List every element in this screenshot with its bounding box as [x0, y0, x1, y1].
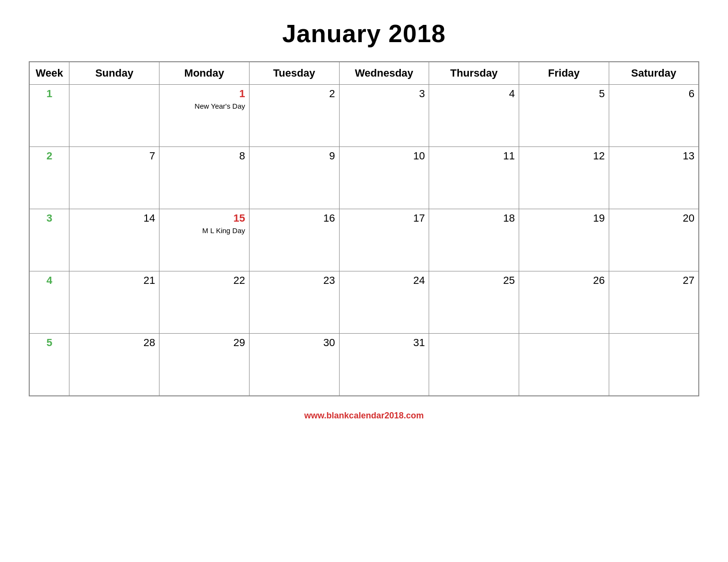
- week-row-2: 278910111213: [29, 147, 699, 209]
- day-number: 6: [613, 88, 694, 100]
- day-cell: [609, 334, 699, 396]
- day-cell: 10: [339, 147, 429, 209]
- day-number: 4: [433, 88, 515, 100]
- day-cell: 25: [429, 271, 519, 334]
- day-number: 23: [253, 274, 335, 287]
- day-number: 26: [523, 274, 605, 287]
- day-number: 18: [433, 212, 515, 225]
- day-number: 29: [163, 337, 245, 349]
- holiday-label: M L King Day: [163, 226, 245, 235]
- day-cell: 6: [609, 85, 699, 147]
- calendar-table: WeekSundayMondayTuesdayWednesdayThursday…: [29, 61, 699, 396]
- day-number: 9: [253, 150, 335, 162]
- day-cell: 28: [69, 334, 159, 396]
- day-cell: 9: [249, 147, 339, 209]
- day-number: 10: [343, 150, 425, 162]
- day-cell: 16: [249, 209, 339, 271]
- day-cell: 27: [609, 271, 699, 334]
- day-cell: 17: [339, 209, 429, 271]
- day-number: 17: [343, 212, 425, 225]
- day-cell: 23: [249, 271, 339, 334]
- week-row-5: 528293031: [29, 334, 699, 396]
- day-cell: 18: [429, 209, 519, 271]
- day-number: 14: [73, 212, 155, 225]
- header-row: WeekSundayMondayTuesdayWednesdayThursday…: [29, 62, 699, 85]
- day-number: 7: [73, 150, 155, 162]
- day-cell: 13: [609, 147, 699, 209]
- day-number: 1: [163, 88, 245, 100]
- week-row-3: 31415M L King Day1617181920: [29, 209, 699, 271]
- day-cell: 2: [249, 85, 339, 147]
- day-number: 13: [613, 150, 694, 162]
- holiday-label: New Year's Day: [163, 102, 245, 110]
- week-number-3: 3: [29, 209, 69, 271]
- day-cell: 21: [69, 271, 159, 334]
- week-number-5: 5: [29, 334, 69, 396]
- header-monday: Monday: [159, 62, 250, 85]
- day-number: 12: [523, 150, 605, 162]
- day-number: 2: [253, 88, 335, 100]
- day-number: 31: [343, 337, 425, 349]
- day-number: 3: [343, 88, 425, 100]
- header-week: Week: [29, 62, 69, 85]
- day-cell: 26: [519, 271, 609, 334]
- day-cell: 12: [519, 147, 609, 209]
- day-number: 11: [433, 150, 515, 162]
- day-cell: 31: [339, 334, 429, 396]
- header-friday: Friday: [519, 62, 609, 85]
- day-number: 20: [613, 212, 694, 225]
- day-number: 8: [163, 150, 245, 162]
- day-cell: 22: [159, 271, 250, 334]
- day-cell: 30: [249, 334, 339, 396]
- day-number: 5: [523, 88, 605, 100]
- day-cell: 11: [429, 147, 519, 209]
- header-thursday: Thursday: [429, 62, 519, 85]
- week-number-1: 1: [29, 85, 69, 147]
- day-number: 16: [253, 212, 335, 225]
- day-cell: 14: [69, 209, 159, 271]
- day-cell: 4: [429, 85, 519, 147]
- header-tuesday: Tuesday: [249, 62, 339, 85]
- day-cell: 29: [159, 334, 250, 396]
- day-number: 30: [253, 337, 335, 349]
- day-number: 22: [163, 274, 245, 287]
- day-number: 15: [163, 212, 245, 225]
- day-number: 24: [343, 274, 425, 287]
- day-cell: 20: [609, 209, 699, 271]
- day-cell: 7: [69, 147, 159, 209]
- week-number-2: 2: [29, 147, 69, 209]
- day-cell: 15M L King Day: [159, 209, 250, 271]
- day-number: 21: [73, 274, 155, 287]
- week-row-1: 11New Year's Day23456: [29, 85, 699, 147]
- day-cell: [519, 334, 609, 396]
- header-sunday: Sunday: [69, 62, 159, 85]
- day-number: 28: [73, 337, 155, 349]
- day-cell: 1New Year's Day: [159, 85, 250, 147]
- week-row-4: 421222324252627: [29, 271, 699, 334]
- header-wednesday: Wednesday: [339, 62, 429, 85]
- calendar-title: January 2018: [282, 19, 446, 48]
- header-saturday: Saturday: [609, 62, 699, 85]
- day-cell: [69, 85, 159, 147]
- day-cell: 8: [159, 147, 250, 209]
- day-cell: 19: [519, 209, 609, 271]
- day-number: 19: [523, 212, 605, 225]
- day-number: 25: [433, 274, 515, 287]
- day-number: 27: [613, 274, 694, 287]
- day-cell: 24: [339, 271, 429, 334]
- day-cell: 5: [519, 85, 609, 147]
- day-cell: [429, 334, 519, 396]
- day-cell: 3: [339, 85, 429, 147]
- footer-url[interactable]: www.blankcalendar2018.com: [304, 411, 423, 421]
- week-number-4: 4: [29, 271, 69, 334]
